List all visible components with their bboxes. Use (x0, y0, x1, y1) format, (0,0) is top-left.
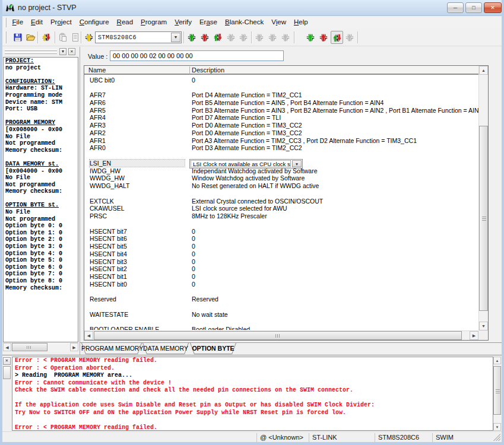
option-description-cell[interactable]: Port D0 Alternate Function = TIM3_CC2 (192, 129, 478, 137)
option-description-cell[interactable]: Port D4 Alternate Function = TIM2_CC1 (192, 91, 478, 99)
resize-grip[interactable] (493, 434, 500, 441)
option-name-cell[interactable]: AFR7 (90, 91, 185, 99)
option-description-cell[interactable]: Reserved (192, 295, 478, 303)
option-description-cell[interactable]: Independant Watchdog activated by Softwa… (192, 167, 478, 175)
option-name-cell[interactable]: HSECNT bit5 (90, 243, 185, 250)
option-name-cell[interactable]: LSI_EN (90, 160, 185, 167)
scrollbar-thumb[interactable] (12, 343, 47, 351)
option-name-cell[interactable]: WWDG_HW (90, 174, 185, 182)
option-description-cell[interactable]: 0 (192, 281, 478, 288)
table-row[interactable]: HSECNT bit50 (84, 243, 478, 250)
option-description-cell[interactable]: 0 (192, 77, 478, 84)
option-description-cell[interactable]: 0 (192, 243, 478, 250)
panel-collapse-button[interactable]: ▼ (59, 48, 66, 55)
program-device-button[interactable] (318, 31, 330, 44)
close-button[interactable]: ✕ (484, 2, 502, 13)
erase-button[interactable] (225, 31, 237, 44)
table-row[interactable]: UBC bit00 (84, 77, 478, 84)
table-row[interactable]: HSECNT bit30 (84, 258, 478, 266)
option-name-cell[interactable]: AFR2 (90, 129, 185, 137)
table-row[interactable]: HSECNT bit20 (84, 265, 478, 273)
option-name-cell[interactable]: UBC bit0 (90, 77, 185, 84)
value-input[interactable]: 00 00 00 00 02 00 00 00 00 (110, 50, 284, 61)
configure-device-button[interactable] (40, 31, 53, 44)
output-close-button[interactable]: ✕ (3, 357, 11, 365)
read-all-button[interactable] (253, 31, 266, 44)
option-name-cell[interactable]: HSECNT bit1 (90, 273, 185, 281)
combo-dropdown-icon[interactable]: ▼ (292, 160, 302, 168)
option-description-cell[interactable]: BootLoader Disabled (192, 326, 478, 330)
scroll-up-icon[interactable]: ▲ (479, 66, 488, 75)
option-name-cell[interactable]: AFR3 (90, 122, 185, 129)
column-header-description[interactable]: Description (192, 66, 224, 74)
table-row[interactable]: EXTCLKExternal Crystal connected to OSCI… (84, 198, 478, 205)
option-description-cell[interactable]: Window Watchdog activated by Software (192, 174, 478, 182)
verify-current-tab-button[interactable] (212, 31, 224, 44)
option-name-cell[interactable]: AFR4 (90, 114, 185, 122)
scrollbar-thumb[interactable] (94, 331, 462, 340)
compare-button[interactable] (344, 31, 356, 44)
menu-help[interactable]: Help (290, 16, 312, 28)
device-combo-dropdown-icon[interactable]: ▼ (171, 33, 180, 42)
option-description-cell[interactable]: 0 (192, 273, 478, 281)
verify-all-button[interactable] (280, 31, 292, 44)
menu-edit[interactable]: Edit (27, 16, 47, 28)
option-description-cell[interactable]: External Crystal connected to OSCIN/OSCO… (192, 198, 478, 205)
option-name-cell[interactable]: Reserved (90, 295, 185, 303)
option-name-cell[interactable]: AFR6 (90, 99, 185, 107)
option-name-cell[interactable]: HSECNT bit7 (90, 228, 185, 236)
scroll-up-icon[interactable]: ▲ (493, 357, 501, 364)
option-name-cell[interactable]: HSECNT bit6 (90, 235, 185, 243)
menu-configure[interactable]: Configure (75, 16, 113, 28)
table-row[interactable]: WWDG_HALTNo Reset generated on HALT if W… (84, 182, 478, 190)
menu-view[interactable]: View (268, 16, 290, 28)
table-row[interactable]: WAITESTATENo wait state (84, 311, 478, 319)
left-panel-hscrollbar[interactable]: ◀ ▶ (3, 343, 78, 352)
device-combo[interactable]: STM8S208C6 ▼ (95, 31, 182, 43)
option-description-cell[interactable]: Port D3 Alternate Function = TIM2_CC2 (192, 144, 478, 152)
blank-check-button[interactable] (237, 31, 250, 44)
table-row[interactable]: AFR2Port D0 Alternate Function = TIM3_CC… (84, 129, 478, 137)
option-name-cell[interactable]: WAITESTATE (90, 311, 185, 319)
option-name-cell[interactable]: AFR0 (90, 144, 185, 152)
table-row[interactable]: HSECNT bit60 (84, 235, 478, 243)
table-hscrollbar[interactable]: ◀ ▶ (84, 330, 478, 340)
scroll-down-icon[interactable]: ▼ (493, 423, 501, 431)
minimize-button[interactable]: ─ (447, 2, 464, 13)
option-description-cell[interactable]: 8MHz to 128KHz Prescaler (192, 212, 478, 220)
table-row[interactable]: AFR0Port D3 Alternate Function = TIM2_CC… (84, 144, 478, 152)
select-device-button[interactable] (83, 31, 96, 44)
menu-blank-check[interactable]: Blank-Check (221, 16, 268, 28)
scroll-right-icon[interactable]: ▶ (470, 331, 478, 340)
log-vscrollbar[interactable]: ▲ ▼ (493, 357, 502, 431)
menu-file[interactable]: File (8, 16, 27, 28)
maximize-button[interactable]: □ (465, 2, 482, 13)
option-description-cell[interactable]: Port D7 Alternate Function = TLI (192, 114, 478, 122)
option-name-cell[interactable]: HSECNT bit0 (90, 281, 185, 288)
scroll-down-icon[interactable]: ▼ (479, 322, 488, 330)
option-description-cell[interactable]: Port A3 Alternate Function = TIM2_CC3 , … (192, 137, 478, 145)
option-name-cell[interactable]: IWDG_HW (90, 167, 185, 175)
option-name-cell[interactable]: HSECNT bit4 (90, 250, 185, 258)
table-vscrollbar[interactable]: ▲ ▼ (478, 66, 488, 330)
program-current-tab-button[interactable] (199, 31, 211, 44)
option-name-cell[interactable]: WWDG_HALT (90, 182, 185, 190)
table-row[interactable]: AFR4Port D7 Alternate Function = TLI (84, 114, 478, 122)
menu-verify[interactable]: Verify (171, 16, 196, 28)
table-row[interactable]: HSECNT bit00 (84, 281, 478, 288)
menu-read[interactable]: Read (113, 16, 137, 28)
scrollbar-thumb[interactable] (493, 366, 501, 415)
menu-erase[interactable]: Erase (195, 16, 221, 28)
menu-project[interactable]: Project (46, 16, 75, 28)
column-divider[interactable] (189, 66, 190, 74)
table-row[interactable]: LSI_ENLSI Clock not available as CPU clo… (84, 160, 478, 167)
output-grip-button[interactable] (3, 366, 11, 379)
table-row[interactable]: WWDG_HWWindow Watchdog activated by Soft… (84, 174, 478, 182)
tab-program-memory[interactable]: PROGRAM MEMORY (81, 343, 142, 354)
scroll-left-icon[interactable]: ◀ (84, 331, 93, 340)
table-row[interactable]: BOOTLOADER ENABLEBootLoader Disabled (84, 326, 478, 330)
option-name-cell[interactable]: EXTCLK (90, 198, 185, 205)
option-description-cell[interactable]: 0 (192, 265, 478, 273)
table-row[interactable]: HSECNT bit70 (84, 228, 478, 236)
column-header-name[interactable]: Name (88, 66, 106, 74)
